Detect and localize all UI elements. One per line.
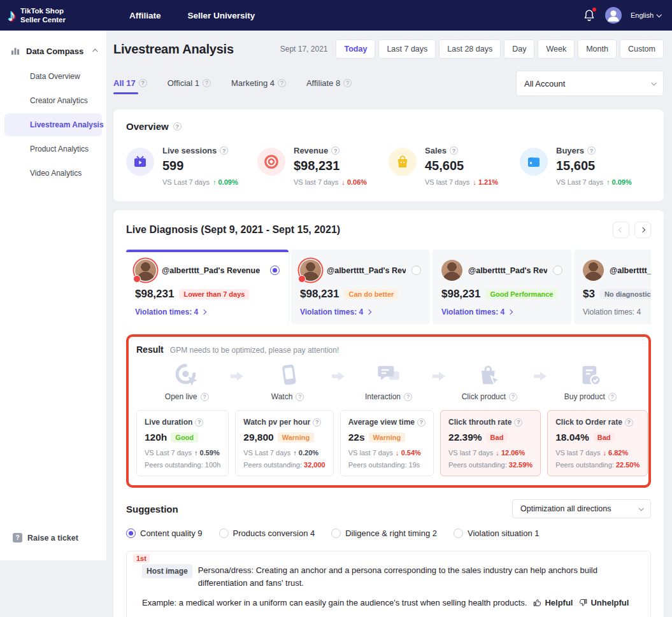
peers-label: Peers outstanding:: [555, 461, 614, 469]
sidebar-item-label: Data Overview: [30, 72, 80, 81]
chevron-down-icon: [651, 80, 656, 85]
sidebar-item-video-analytics[interactable]: Video Analytics: [4, 162, 102, 185]
sidebar-item-product-analytics[interactable]: Product Analytics: [4, 138, 102, 160]
nav-link-affiliate[interactable]: Affiliate: [129, 11, 161, 20]
violation-link[interactable]: Violation times: 4: [441, 308, 562, 316]
sidebar-item-creator-analytics[interactable]: Creator Analytics: [4, 89, 102, 112]
question-icon[interactable]: ?: [404, 393, 412, 401]
range-button-today[interactable]: Today: [336, 39, 375, 59]
tab-official[interactable]: Official 1 ?: [168, 78, 211, 94]
question-icon[interactable]: ?: [608, 393, 617, 401]
account-radio-selected[interactable]: [270, 266, 280, 275]
open-live-icon: [174, 362, 199, 388]
compare-label: VS Last 7 days: [243, 449, 290, 457]
tab-label: Official 1: [168, 78, 199, 88]
radio-content-quality[interactable]: Content quality 9: [126, 528, 203, 538]
question-icon[interactable]: ?: [278, 79, 286, 87]
account-name: @albertttt_Pad's Revenue: [610, 266, 651, 275]
question-icon[interactable]: ?: [587, 146, 596, 155]
diagnosis-account-card-3[interactable]: @albertttt_Pad's Revenue $98,231 Good Pe…: [433, 250, 571, 324]
sidebar-item-label: Creator Analytics: [30, 96, 88, 105]
tiktok-shop-logo[interactable]: ♪ TikTok Shop Seller Center: [0, 6, 106, 25]
unhelpful-button[interactable]: Unhelpful: [578, 597, 629, 609]
range-button-day[interactable]: Day: [504, 39, 534, 59]
change-value: ↓ 6.82%: [603, 449, 628, 457]
account-select[interactable]: All Account: [516, 71, 664, 96]
optimization-direction-select[interactable]: Optimization all directions: [512, 499, 651, 518]
overview-metric-live-sessions: Live sessions? 599 VS Last 7 days ↑ 0.09…: [126, 146, 257, 186]
radio-violation-situation[interactable]: Violation situation 1: [454, 528, 540, 538]
question-icon[interactable]: ?: [625, 418, 633, 427]
question-icon[interactable]: ?: [296, 393, 304, 401]
range-button-month[interactable]: Month: [578, 39, 617, 59]
metric-label: Click to Order rate: [555, 418, 622, 427]
question-icon[interactable]: ?: [417, 418, 425, 427]
metric-value: 22s: [348, 432, 365, 443]
carousel-prev-button[interactable]: [613, 222, 629, 238]
radio-label: Diligence & right timing 2: [345, 528, 437, 538]
question-icon[interactable]: ?: [220, 146, 228, 155]
current-date: Sept 17, 2021: [280, 45, 328, 53]
diagnosis-title: Live Diagnosis (Sept 9, 2021 - Sept 15, …: [126, 224, 340, 236]
language-selector[interactable]: English: [631, 11, 661, 19]
radio-selected: [126, 528, 136, 538]
radio-diligence-timing[interactable]: Diligence & right timing 2: [331, 528, 437, 538]
performance-badge: Lower than 7 days: [179, 289, 249, 299]
helpful-button[interactable]: Helpful: [533, 597, 573, 609]
click-product-icon: [476, 362, 502, 388]
overview-title: Overview: [126, 121, 169, 132]
overview-metric-sales: Sales? 45,605 VS last 7 days ↓ 1.21%: [389, 146, 520, 186]
diagnosis-account-card-2[interactable]: @albertttt_Pad's Revenue $98,231 Can do …: [291, 250, 430, 324]
question-icon[interactable]: ?: [195, 418, 203, 427]
question-icon[interactable]: ?: [343, 79, 352, 87]
result-metric-click-to-order-rate: Click to Order rate? 18.04% Bad VS last …: [547, 410, 648, 476]
result-metric-live-duration: Live duration? 120h Good VS Last 7 days …: [136, 410, 229, 476]
funnel-step-open-live: Open live?: [136, 362, 237, 401]
range-button-last-7-days[interactable]: Last 7 days: [378, 39, 436, 59]
question-icon[interactable]: ?: [173, 122, 182, 131]
tab-label: Marketing 4: [231, 78, 275, 88]
tab-all[interactable]: All 17 ?: [113, 78, 147, 94]
funnel-step-watch: Watch?: [237, 362, 338, 401]
question-icon[interactable]: ?: [201, 393, 209, 401]
user-avatar[interactable]: [605, 7, 622, 24]
chevron-down-icon: [638, 506, 643, 511]
radio-label: Violation situation 1: [468, 528, 540, 538]
change-value: ↓ 1.21%: [473, 178, 498, 186]
tab-marketing[interactable]: Marketing 4 ?: [231, 78, 286, 94]
range-button-week[interactable]: Week: [538, 39, 575, 59]
funnel-arrow-icon: [429, 370, 448, 383]
account-name: @albertttt_Pad's Revenue: [468, 266, 547, 275]
sidebar-item-data-overview[interactable]: Data Overview: [4, 65, 102, 88]
violation-text: Violation times: 4: [583, 308, 641, 316]
range-button-custom[interactable]: Custom: [620, 39, 664, 59]
notification-bell-icon[interactable]: [582, 8, 596, 22]
question-icon[interactable]: ?: [331, 146, 340, 155]
question-icon[interactable]: ?: [450, 146, 458, 155]
diagnosis-account-card-1[interactable]: @albertttt_Pad's Revenue $98,231 Lower t…: [126, 250, 289, 324]
tab-affiliate[interactable]: Affiliate 8 ?: [306, 78, 352, 94]
account-radio[interactable]: [553, 266, 562, 275]
sidebar-item-label: Product Analytics: [30, 145, 89, 153]
carousel-next-button[interactable]: [634, 222, 651, 238]
diagnosis-account-card-4[interactable]: @albertttt_Pad's Revenue $3 No diagnosti…: [574, 250, 651, 324]
raise-ticket-button[interactable]: ? Raise a ticket: [0, 533, 78, 543]
sidebar: Data Compass Data Overview Creator Analy…: [0, 31, 106, 560]
radio-products-conversion[interactable]: Products conversion 4: [219, 528, 315, 538]
question-icon[interactable]: ?: [313, 418, 321, 427]
arrow-down-icon: ↓: [396, 449, 399, 457]
question-icon[interactable]: ?: [514, 418, 522, 427]
nav-link-seller-university[interactable]: Seller University: [188, 11, 255, 20]
main-content: Livestream Analysis Sept 17, 2021 Today …: [106, 31, 672, 617]
sidebar-item-livestream-analysis[interactable]: Livestream Analysis: [4, 113, 102, 136]
raise-ticket-label: Raise a ticket: [27, 534, 78, 543]
question-icon[interactable]: ?: [509, 393, 517, 401]
violation-link[interactable]: Violation times: 4: [300, 308, 421, 316]
range-button-last-28-days[interactable]: Last 28 days: [439, 39, 501, 59]
question-icon[interactable]: ?: [139, 79, 147, 87]
result-metric-click-through-rate: Click throuth rate? 22.39% Bad VS last 7…: [440, 410, 541, 476]
question-icon[interactable]: ?: [203, 79, 211, 87]
violation-link[interactable]: Violation times: 4: [135, 308, 280, 316]
sidebar-section-data-compass[interactable]: Data Compass: [0, 31, 106, 62]
account-radio[interactable]: [411, 266, 421, 275]
